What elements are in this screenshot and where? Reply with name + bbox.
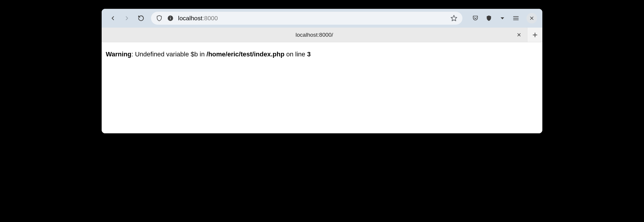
reload-button[interactable] [135, 12, 147, 24]
tracking-protection-icon[interactable] [155, 14, 163, 22]
overflow-chevron-icon[interactable] [497, 12, 508, 24]
tab-active[interactable]: localhost:8000/ [102, 28, 527, 42]
bookmark-star-icon[interactable] [450, 14, 458, 23]
url-port: :8000 [202, 15, 218, 21]
address-bar-indicators [155, 14, 175, 22]
browser-toolbar: localhost:8000 [102, 9, 542, 28]
new-tab-button[interactable] [527, 28, 542, 42]
window-close-button[interactable] [526, 13, 537, 23]
ublock-icon[interactable] [483, 12, 495, 24]
svg-rect-2 [170, 17, 171, 17]
warning-text-1: Undefined variable $b in [135, 51, 206, 58]
back-button[interactable] [107, 12, 119, 24]
forward-button[interactable] [121, 12, 133, 24]
warning-label: Warning [106, 51, 131, 58]
php-warning-message: Warning: Undefined variable $b in /home/… [106, 50, 538, 59]
url-display: localhost:8000 [178, 15, 450, 22]
warning-text-2: on line [284, 51, 307, 58]
svg-marker-3 [451, 15, 457, 21]
warning-file-path: /home/eric/test/index.php [207, 51, 284, 58]
page-content: Warning: Undefined variable $b in /home/… [102, 42, 542, 133]
warning-line-number: 3 [307, 51, 311, 58]
svg-marker-4 [501, 17, 504, 19]
tab-title: localhost:8000/ [296, 32, 333, 38]
pocket-icon[interactable] [469, 12, 481, 24]
site-info-icon[interactable] [166, 14, 175, 22]
address-bar[interactable]: localhost:8000 [151, 12, 462, 25]
toolbar-right-actions [469, 12, 537, 24]
tab-bar: localhost:8000/ [102, 28, 542, 42]
hamburger-menu-icon[interactable] [510, 12, 522, 24]
url-host: localhost [178, 15, 202, 21]
svg-rect-1 [170, 18, 171, 19]
warning-colon: : [131, 51, 135, 58]
tab-close-icon[interactable] [515, 31, 522, 38]
browser-window: localhost:8000 localh [102, 9, 542, 133]
